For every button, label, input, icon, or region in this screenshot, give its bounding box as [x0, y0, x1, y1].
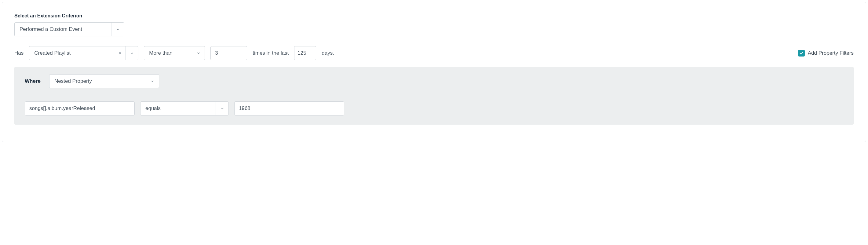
criterion-select[interactable]: Performed a Custom Event	[14, 22, 124, 36]
close-icon[interactable]	[115, 47, 125, 60]
where-label: Where	[25, 78, 41, 84]
count-input[interactable]	[211, 46, 247, 60]
chevron-down-icon	[146, 74, 159, 88]
operator-select-value: equals	[141, 102, 216, 115]
has-prefix: Has	[14, 50, 24, 56]
chevron-down-icon	[216, 102, 228, 115]
where-type-value: Nested Property	[50, 74, 146, 88]
criterion-label: Select an Extension Criterion	[14, 13, 854, 19]
add-property-filters-toggle[interactable]: Add Property Filters	[798, 50, 854, 57]
operator-select[interactable]: equals	[140, 101, 229, 116]
property-path-input[interactable]	[25, 101, 135, 116]
has-row: Has Created Playlist More than times in …	[14, 46, 854, 60]
comparator-select-value: More than	[144, 47, 192, 60]
has-middle-text: times in the last	[253, 50, 289, 56]
chevron-down-icon	[192, 47, 205, 60]
has-suffix: days.	[321, 50, 334, 56]
property-filters-box: Where Nested Property equals	[14, 67, 854, 125]
criterion-panel: Select an Extension Criterion Performed …	[2, 2, 866, 142]
comparator-select[interactable]: More than	[144, 46, 205, 60]
where-row: Where Nested Property	[25, 74, 843, 88]
criterion-select-value: Performed a Custom Event	[15, 23, 111, 36]
chevron-down-icon	[125, 47, 138, 60]
divider	[25, 95, 843, 95]
event-select[interactable]: Created Playlist	[29, 46, 138, 60]
checkbox-checked-icon	[798, 50, 805, 57]
property-condition-row: equals	[25, 101, 843, 116]
property-value-input[interactable]	[234, 101, 344, 116]
event-select-value: Created Playlist	[29, 47, 115, 60]
chevron-down-icon	[111, 23, 124, 36]
days-input[interactable]	[294, 46, 316, 60]
add-property-filters-label: Add Property Filters	[808, 50, 854, 56]
where-type-select[interactable]: Nested Property	[49, 74, 159, 88]
